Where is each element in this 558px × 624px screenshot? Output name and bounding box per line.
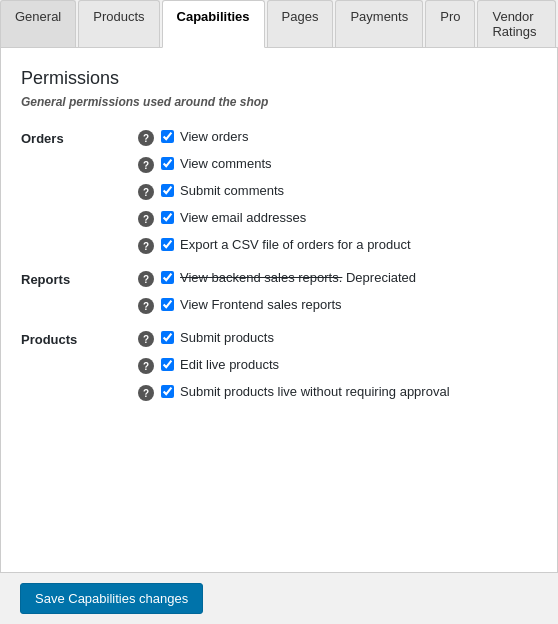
tab-payments[interactable]: Payments — [335, 0, 423, 47]
help-col: ? — [131, 129, 161, 146]
checkbox-export-csv[interactable] — [161, 238, 174, 251]
group-products: Products?Submit products?Edit live produ… — [21, 330, 537, 401]
label-view-comments: View comments — [180, 156, 272, 171]
permission-row-view-backend-sales: Reports?View backend sales reports. Depr… — [21, 270, 537, 287]
checkbox-submit-comments[interactable] — [161, 184, 174, 197]
help-col: ? — [131, 297, 161, 314]
content-area: Permissions General permissions used aro… — [0, 48, 558, 608]
checkbox-view-comments[interactable] — [161, 157, 174, 170]
label-submit-without-approval: Submit products live without requiring a… — [180, 384, 450, 399]
group-label-products — [21, 384, 131, 386]
checkbox-view-orders[interactable] — [161, 130, 174, 143]
checkbox-submit-without-approval[interactable] — [161, 385, 174, 398]
help-col: ? — [131, 210, 161, 227]
help-icon-edit-live-products[interactable]: ? — [138, 358, 154, 374]
label-edit-live-products: Edit live products — [180, 357, 279, 372]
label-view-frontend-sales: View Frontend sales reports — [180, 297, 342, 312]
permission-row-view-orders: Orders?View orders — [21, 129, 537, 146]
permission-row-export-csv: ?Export a CSV file of orders for a produ… — [21, 237, 537, 254]
help-col: ? — [131, 330, 161, 347]
permission-row-submit-products: Products?Submit products — [21, 330, 537, 347]
permission-row-view-comments: ?View comments — [21, 156, 537, 173]
item-content-view-backend-sales: View backend sales reports. Depreciated — [161, 270, 537, 285]
tab-capabilities[interactable]: Capabilities — [162, 0, 265, 48]
tab-general[interactable]: General — [0, 0, 76, 47]
checkbox-submit-products[interactable] — [161, 331, 174, 344]
item-content-view-email-addresses: View email addresses — [161, 210, 537, 225]
group-reports: Reports?View backend sales reports. Depr… — [21, 270, 537, 314]
group-label-reports: Reports — [21, 270, 131, 287]
checkbox-view-email-addresses[interactable] — [161, 211, 174, 224]
checkbox-view-backend-sales[interactable] — [161, 271, 174, 284]
label-view-orders: View orders — [180, 129, 248, 144]
help-icon-export-csv[interactable]: ? — [138, 238, 154, 254]
permission-row-edit-live-products: ?Edit live products — [21, 357, 537, 374]
help-col: ? — [131, 384, 161, 401]
permissions-groups: Orders?View orders?View comments?Submit … — [21, 129, 537, 401]
help-col: ? — [131, 357, 161, 374]
item-content-export-csv: Export a CSV file of orders for a produc… — [161, 237, 537, 252]
help-col: ? — [131, 156, 161, 173]
label-view-email-addresses: View email addresses — [180, 210, 306, 225]
item-content-submit-without-approval: Submit products live without requiring a… — [161, 384, 537, 399]
group-label-products — [21, 357, 131, 359]
save-capabilities-button[interactable]: Save Capabilities changes — [20, 583, 203, 614]
tab-vendor-ratings[interactable]: Vendor Ratings — [477, 0, 556, 47]
permission-row-submit-comments: ?Submit comments — [21, 183, 537, 200]
item-content-view-frontend-sales: View Frontend sales reports — [161, 297, 537, 312]
help-icon-submit-products[interactable]: ? — [138, 331, 154, 347]
help-icon-view-email-addresses[interactable]: ? — [138, 211, 154, 227]
section-title: Permissions — [21, 68, 537, 89]
group-label-reports — [21, 297, 131, 299]
tabs-bar: GeneralProductsCapabilitiesPagesPayments… — [0, 0, 558, 48]
group-label-orders — [21, 237, 131, 239]
help-icon-view-frontend-sales[interactable]: ? — [138, 298, 154, 314]
help-icon-submit-without-approval[interactable]: ? — [138, 385, 154, 401]
help-icon-view-orders[interactable]: ? — [138, 130, 154, 146]
group-label-orders — [21, 183, 131, 185]
normal-text-view-backend-sales: Depreciated — [342, 270, 416, 285]
permission-row-submit-without-approval: ?Submit products live without requiring … — [21, 384, 537, 401]
strike-text-view-backend-sales: View backend sales reports. — [180, 270, 342, 285]
checkbox-edit-live-products[interactable] — [161, 358, 174, 371]
help-col: ? — [131, 270, 161, 287]
item-content-edit-live-products: Edit live products — [161, 357, 537, 372]
permission-row-view-email-addresses: ?View email addresses — [21, 210, 537, 227]
label-submit-comments: Submit comments — [180, 183, 284, 198]
group-label-orders — [21, 156, 131, 158]
permission-row-view-frontend-sales: ?View Frontend sales reports — [21, 297, 537, 314]
item-content-view-comments: View comments — [161, 156, 537, 171]
help-icon-view-comments[interactable]: ? — [138, 157, 154, 173]
tab-pages[interactable]: Pages — [267, 0, 334, 47]
help-col: ? — [131, 237, 161, 254]
group-orders: Orders?View orders?View comments?Submit … — [21, 129, 537, 254]
footer: Save Capabilities changes — [0, 572, 558, 624]
group-label-products: Products — [21, 330, 131, 347]
help-icon-submit-comments[interactable]: ? — [138, 184, 154, 200]
item-content-view-orders: View orders — [161, 129, 537, 144]
item-content-submit-comments: Submit comments — [161, 183, 537, 198]
help-col: ? — [131, 183, 161, 200]
label-submit-products: Submit products — [180, 330, 274, 345]
group-label-orders — [21, 210, 131, 212]
tab-pro[interactable]: Pro — [425, 0, 475, 47]
tab-products[interactable]: Products — [78, 0, 159, 47]
section-subtitle: General permissions used around the shop — [21, 95, 537, 109]
group-label-orders: Orders — [21, 129, 131, 146]
help-icon-view-backend-sales[interactable]: ? — [138, 271, 154, 287]
label-view-backend-sales: View backend sales reports. Depreciated — [180, 270, 416, 285]
label-export-csv: Export a CSV file of orders for a produc… — [180, 237, 411, 252]
checkbox-view-frontend-sales[interactable] — [161, 298, 174, 311]
item-content-submit-products: Submit products — [161, 330, 537, 345]
